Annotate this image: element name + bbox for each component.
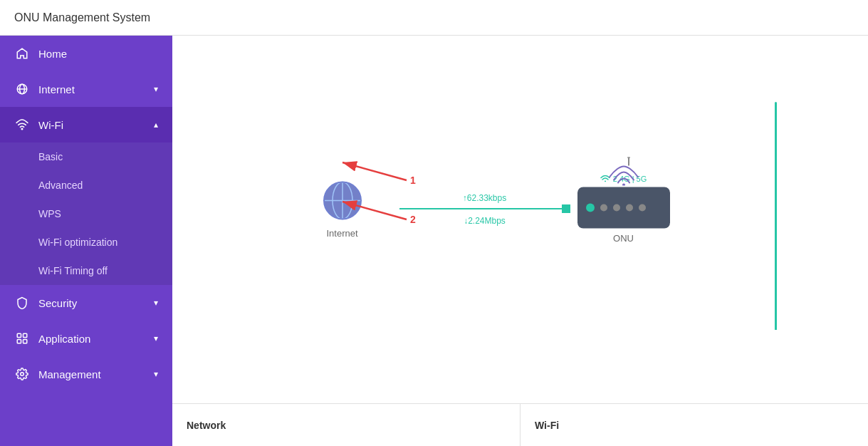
sidebar-subitem-advanced[interactable]: Advanced [0,171,172,199]
speed-down-label: ↓2.24Mbps [464,216,506,226]
sidebar-subitem-wifi-optimization[interactable]: Wi-Fi optimization [0,228,172,256]
status-bar: Network Wi-Fi [172,403,868,446]
sidebar-subitem-basic[interactable]: Basic [0,142,172,171]
topbar: ONU Management System [0,0,868,36]
status-network: Network [172,404,521,446]
sidebar-item-application[interactable]: Application ▾ [0,321,172,356]
router-light-2 [613,204,620,212]
right-border-line [775,102,777,330]
router-light-green [586,204,595,212]
status-wifi: Wi-Fi [521,404,868,446]
internet-node: Internet [321,180,364,239]
router-light-3 [626,204,633,212]
svg-point-15 [622,184,625,186]
router-wifi-waves-icon [606,157,642,186]
chevron-down-mgmt-icon: ▾ [154,369,158,379]
page-title: ONU Management System [14,11,150,24]
svg-point-3 [21,128,23,130]
svg-rect-4 [17,333,21,337]
sidebar-item-home[interactable]: Home [0,36,172,71]
chevron-down-application-icon: ▾ [154,333,158,343]
svg-rect-7 [23,340,27,343]
internet-label: Internet [326,228,357,239]
sidebar-subitem-wifi-timing-off[interactable]: Wi-Fi Timing off [0,256,172,285]
sidebar-label-wifi: Wi-Fi [38,119,63,131]
sidebar-item-internet[interactable]: Internet ▾ [0,71,172,107]
svg-point-8 [21,373,24,376]
svg-text:1: 1 [410,175,416,186]
router-device [577,187,670,229]
sidebar-label-home: Home [38,48,67,60]
sidebar: Home Internet ▾ Wi-Fi ▴ Basic Advanced [0,36,172,446]
router-light-4 [639,204,646,212]
sidebar-subitem-wps[interactable]: WPS [0,199,172,228]
speed-up-label: ↑62.33kbps [463,193,506,203]
sidebar-item-management[interactable]: Management ▾ [0,356,172,392]
mgmt-icon [14,366,30,382]
chevron-down-security-icon: ▾ [154,298,158,308]
content-area: Internet ↑62.33kbps ↓2.24Mbps [172,36,868,446]
sidebar-label-internet: Internet [38,83,75,95]
sidebar-label-management: Management [38,368,101,380]
diagram-area: Internet ↑62.33kbps ↓2.24Mbps [172,36,868,403]
wifi-sidebar-icon [14,117,30,133]
wifi-submenu: Basic Advanced WPS Wi-Fi optimization Wi… [0,142,172,285]
svg-point-17 [627,157,630,159]
svg-rect-6 [17,340,21,343]
svg-line-19 [343,162,407,180]
globe-diagram-icon [321,180,364,222]
onu-label: ONU [613,233,634,244]
sidebar-label-security: Security [38,297,77,309]
connection-container: ↑62.33kbps ↓2.24Mbps [399,191,570,227]
apps-icon [14,331,30,346]
chevron-up-icon: ▴ [154,120,158,130]
shield-icon [14,295,30,311]
router-light-1 [600,204,607,212]
onu-node: 2.4G | 5G [577,175,670,244]
network-label: Network [187,420,226,431]
svg-rect-5 [23,333,27,337]
globe-icon [14,81,30,97]
chevron-down-icon: ▾ [154,84,158,94]
home-icon [14,46,30,61]
wifi-status-label: Wi-Fi [535,420,559,431]
sidebar-item-security[interactable]: Security ▾ [0,285,172,321]
connection-line [399,208,570,209]
sidebar-item-wifi[interactable]: Wi-Fi ▴ [0,107,172,142]
sidebar-label-application: Application [38,333,90,345]
